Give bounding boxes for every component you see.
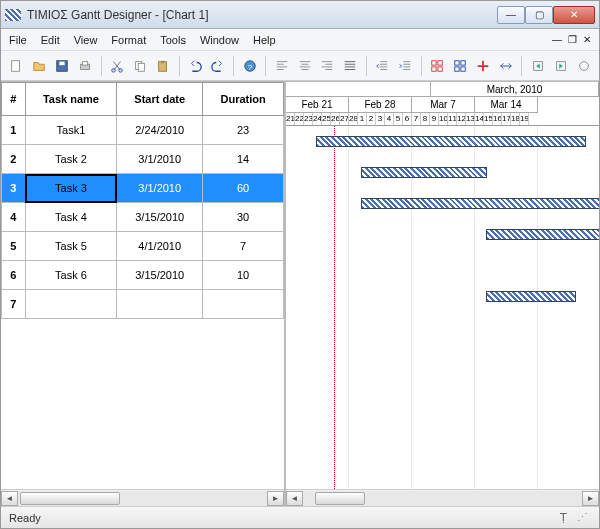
day-cell: 10 xyxy=(439,113,448,125)
row-number[interactable]: 5 xyxy=(2,232,26,261)
gantt-bar[interactable] xyxy=(361,167,487,178)
day-cell: 27 xyxy=(340,113,349,125)
day-cell: 25 xyxy=(322,113,331,125)
outdent-icon[interactable] xyxy=(373,56,392,76)
indent-icon[interactable] xyxy=(396,56,415,76)
paste-icon[interactable] xyxy=(154,56,173,76)
resize-grip-icon[interactable]: ⋰ xyxy=(577,511,591,525)
help-icon[interactable]: ? xyxy=(240,56,259,76)
print-icon[interactable] xyxy=(76,56,95,76)
cell-start-date[interactable]: 3/15/2010 xyxy=(117,261,203,290)
menu-tools[interactable]: Tools xyxy=(160,34,186,46)
scroll-left-icon[interactable]: ◄ xyxy=(286,491,303,506)
menu-window[interactable]: Window xyxy=(200,34,239,46)
menu-help[interactable]: Help xyxy=(253,34,276,46)
zoom-in-icon[interactable] xyxy=(451,56,470,76)
row-number[interactable]: 6 xyxy=(2,261,26,290)
col-name[interactable]: Task name xyxy=(25,83,116,116)
status-text: Ready xyxy=(9,512,41,524)
table-row[interactable]: 2Task 23/1/201014 xyxy=(2,145,284,174)
cell-start-date[interactable]: 3/1/2010 xyxy=(117,174,203,203)
zoom-out-icon[interactable] xyxy=(428,56,447,76)
align-left-icon[interactable] xyxy=(272,56,291,76)
cell-start-date[interactable] xyxy=(117,290,203,319)
svg-rect-17 xyxy=(455,60,459,64)
gantt-bar[interactable] xyxy=(486,291,576,302)
cell-task-name[interactable]: Task 4 xyxy=(25,203,116,232)
title-bar[interactable]: ΤΙΜΙΟΣ Gantt Designer - [Chart 1] — ▢ ✕ xyxy=(1,1,599,29)
align-justify-icon[interactable] xyxy=(341,56,360,76)
cell-duration[interactable]: 30 xyxy=(203,203,284,232)
copy-icon[interactable] xyxy=(131,56,150,76)
cell-task-name[interactable]: Task 5 xyxy=(25,232,116,261)
new-icon[interactable] xyxy=(7,56,26,76)
cell-task-name[interactable]: Task 2 xyxy=(25,145,116,174)
cell-start-date[interactable]: 4/1/2010 xyxy=(117,232,203,261)
cell-duration[interactable]: 7 xyxy=(203,232,284,261)
gantt-body[interactable] xyxy=(286,126,599,489)
gantt-bar[interactable] xyxy=(486,229,599,240)
mdi-close-icon[interactable]: ✕ xyxy=(583,34,591,45)
menu-file[interactable]: File xyxy=(9,34,27,46)
align-right-icon[interactable] xyxy=(318,56,337,76)
cut-icon[interactable] xyxy=(108,56,127,76)
goto-start-icon[interactable] xyxy=(528,56,547,76)
cell-task-name[interactable]: Task 3 xyxy=(25,174,116,203)
col-duration[interactable]: Duration xyxy=(203,83,284,116)
table-row[interactable]: 5Task 54/1/20107 xyxy=(2,232,284,261)
row-number[interactable]: 7 xyxy=(2,290,26,319)
mdi-minimize-icon[interactable]: — xyxy=(552,34,562,45)
cell-duration[interactable]: 23 xyxy=(203,116,284,145)
close-button[interactable]: ✕ xyxy=(553,6,595,24)
refresh-icon[interactable] xyxy=(574,56,593,76)
row-number[interactable]: 2 xyxy=(2,145,26,174)
gantt-bar[interactable] xyxy=(316,136,586,147)
fit-icon[interactable] xyxy=(474,56,493,76)
goto-today-icon[interactable] xyxy=(551,56,570,76)
table-row[interactable]: 1Task12/24/201023 xyxy=(2,116,284,145)
menu-edit[interactable]: Edit xyxy=(41,34,60,46)
save-icon[interactable] xyxy=(53,56,72,76)
task-grid[interactable]: # Task name Start date Duration 1Task12/… xyxy=(1,82,284,489)
scroll-right-icon[interactable]: ► xyxy=(267,491,284,506)
cell-start-date[interactable]: 3/15/2010 xyxy=(117,203,203,232)
day-cell: 11 xyxy=(448,113,457,125)
col-num[interactable]: # xyxy=(2,83,26,116)
col-start[interactable]: Start date xyxy=(117,83,203,116)
cell-duration[interactable]: 60 xyxy=(203,174,284,203)
table-row[interactable]: 4Task 43/15/201030 xyxy=(2,203,284,232)
cell-duration[interactable]: 14 xyxy=(203,145,284,174)
minimize-button[interactable]: — xyxy=(497,6,525,24)
menu-format[interactable]: Format xyxy=(111,34,146,46)
table-row[interactable]: 6Task 63/15/201010 xyxy=(2,261,284,290)
row-number[interactable]: 4 xyxy=(2,203,26,232)
redo-icon[interactable] xyxy=(208,56,227,76)
row-number[interactable]: 3 xyxy=(2,174,26,203)
expand-icon[interactable] xyxy=(496,56,515,76)
row-number[interactable]: 1 xyxy=(2,116,26,145)
open-icon[interactable] xyxy=(30,56,49,76)
maximize-button[interactable]: ▢ xyxy=(525,6,553,24)
cell-start-date[interactable]: 3/1/2010 xyxy=(117,145,203,174)
mdi-restore-icon[interactable]: ❐ xyxy=(568,34,577,45)
scroll-right-icon[interactable]: ► xyxy=(582,491,599,506)
scroll-left-icon[interactable]: ◄ xyxy=(1,491,18,506)
gantt-bar[interactable] xyxy=(361,198,599,209)
gantt-timeline[interactable]: March, 2010 Feb 21Feb 28Mar 7Mar 14 2122… xyxy=(286,82,599,489)
cell-start-date[interactable]: 2/24/2010 xyxy=(117,116,203,145)
task-grid-pane: # Task name Start date Duration 1Task12/… xyxy=(1,82,286,506)
status-extra: Ṭ xyxy=(560,511,567,524)
menu-view[interactable]: View xyxy=(74,34,98,46)
day-cell: 8 xyxy=(421,113,430,125)
undo-icon[interactable] xyxy=(185,56,204,76)
align-center-icon[interactable] xyxy=(295,56,314,76)
grid-hscroll[interactable]: ◄ ► xyxy=(1,489,284,506)
table-row[interactable]: 3Task 33/1/201060 xyxy=(2,174,284,203)
cell-duration[interactable]: 10 xyxy=(203,261,284,290)
cell-duration[interactable] xyxy=(203,290,284,319)
cell-task-name[interactable]: Task 6 xyxy=(25,261,116,290)
table-row[interactable]: 7 xyxy=(2,290,284,319)
gantt-hscroll[interactable]: ◄ ► xyxy=(286,489,599,506)
cell-task-name[interactable]: Task1 xyxy=(25,116,116,145)
cell-task-name[interactable] xyxy=(25,290,116,319)
